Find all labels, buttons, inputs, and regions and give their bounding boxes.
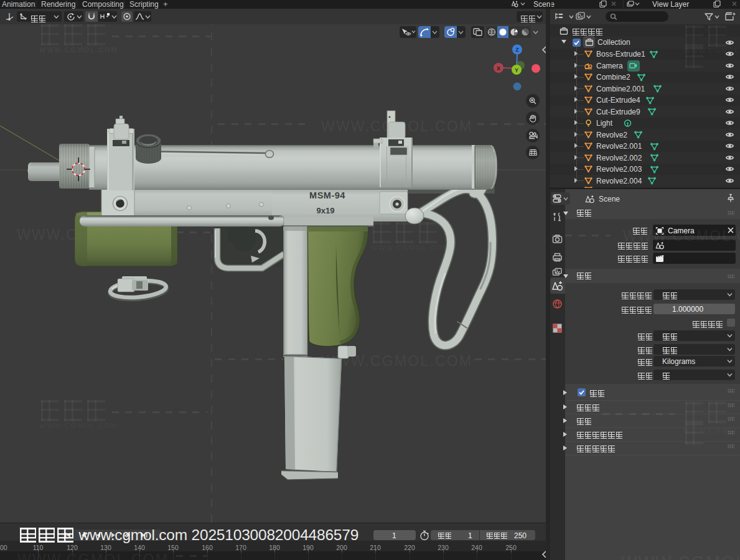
svg-text:9x19: 9x19 bbox=[317, 206, 335, 215]
svg-text:MSM-94: MSM-94 bbox=[309, 190, 345, 200]
